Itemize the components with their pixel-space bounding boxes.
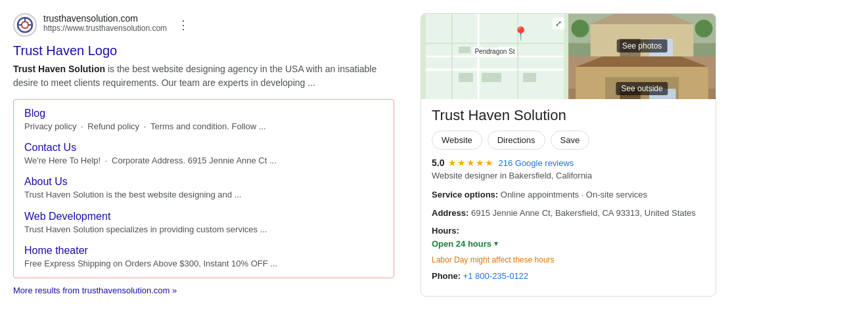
photo-bottom[interactable]: See outside [568, 56, 716, 99]
sublink-contact-us-title[interactable]: Contact Us [24, 142, 383, 154]
main-result-title[interactable]: Trust Haven Logo [13, 43, 394, 58]
see-photos-button[interactable]: See photos [617, 39, 668, 52]
brand-name: Trust Haven Solution [13, 64, 105, 74]
save-button[interactable]: Save [551, 131, 590, 150]
svg-rect-12 [459, 73, 473, 82]
photo-strip: See photos See outside [568, 14, 716, 99]
map-thumbnail[interactable]: Pendragon St 📍 ⤢ [421, 14, 568, 99]
sublinks-box: Blog Privacy policy · Refund policy · Te… [13, 99, 394, 278]
hours-chevron-icon[interactable]: ▾ [494, 238, 498, 249]
knowledge-panel: Pendragon St 📍 ⤢ [421, 13, 716, 297]
site-url-main: trusthavensolution.com [43, 13, 167, 24]
sublink-home-theater-title[interactable]: Home theater [24, 245, 383, 257]
directions-button[interactable]: Directions [488, 131, 545, 150]
address-value: 6915 Jennie Anne Ct, Bakersfield, CA 933… [471, 208, 696, 218]
sublink-home-theater-desc: Free Express Shipping on Orders Above $3… [24, 258, 383, 270]
site-url-sub: https://www.trusthavensolution.com [43, 24, 167, 33]
business-name: Trust Haven Solution [432, 107, 705, 124]
more-results-link[interactable]: More results from trusthavensolution.com… [13, 285, 177, 295]
website-button[interactable]: Website [432, 131, 482, 150]
business-type: Website designer in Bakersfield, Califor… [432, 171, 705, 180]
stars-icon: ★★★★★ [448, 158, 494, 168]
sublink-blog-desc: Privacy policy · Refund policy · Terms a… [24, 121, 383, 133]
service-label: Service options: [432, 190, 498, 200]
labor-day-note: Labor Day might affect these hours [432, 255, 705, 264]
sublink-web-development-desc: Trust Haven Solution specializes in prov… [24, 224, 383, 236]
see-outside-button[interactable]: See outside [616, 82, 668, 95]
sublink-contact-us-desc: We're Here To Help! · Corporate Address.… [24, 155, 383, 167]
sublink-about-us: About Us Trust Haven Solution is the bes… [24, 176, 383, 201]
hours-value: Open 24 hours [432, 238, 491, 251]
phone-label: Phone: [432, 271, 461, 281]
action-buttons: Website Directions Save [432, 131, 705, 150]
site-header: trusthavensolution.com https://www.trust… [13, 13, 394, 37]
phone-value[interactable]: +1 800-235-0122 [463, 271, 528, 281]
menu-dots-icon[interactable]: ⋮ [177, 18, 189, 32]
address-row: Address: 6915 Jennie Anne Ct, Bakersfiel… [432, 207, 705, 220]
sublink-contact-us: Contact Us We're Here To Help! · Corpora… [24, 142, 383, 167]
sublink-web-development: Web Development Trust Haven Solution spe… [24, 211, 383, 236]
main-result-desc: Trust Haven Solution is the best website… [13, 62, 394, 90]
sublink-web-development-title[interactable]: Web Development [24, 211, 383, 222]
svg-rect-15 [459, 47, 470, 53]
map-area: Pendragon St 📍 ⤢ [421, 14, 716, 99]
svg-rect-14 [523, 73, 536, 82]
svg-point-24 [571, 20, 589, 37]
svg-point-25 [695, 20, 713, 37]
svg-point-1 [22, 22, 28, 28]
hours-row: Hours: Open 24 hours ▾ [432, 224, 705, 250]
service-value: Online appointments · On-site services [501, 190, 647, 200]
search-result-left: trusthavensolution.com https://www.trust… [13, 13, 394, 323]
rating-row: 5.0 ★★★★★ 216 Google reviews [432, 158, 705, 168]
hours-label: Hours: [432, 226, 459, 236]
expand-map-icon[interactable]: ⤢ [553, 18, 564, 30]
sublink-blog-title[interactable]: Blog [24, 108, 383, 119]
photo-top[interactable]: See photos [568, 14, 716, 56]
svg-rect-13 [482, 73, 501, 82]
map-street-label: Pendragon St [472, 47, 516, 56]
phone-row: Phone: +1 800-235-0122 [432, 270, 705, 283]
rating-score: 5.0 [432, 158, 444, 168]
review-count[interactable]: 216 Google reviews [498, 158, 574, 168]
sublink-home-theater: Home theater Free Express Shipping on Or… [24, 245, 383, 270]
sublink-blog: Blog Privacy policy · Refund policy · Te… [24, 108, 383, 133]
business-info: Trust Haven Solution Website Directions … [421, 99, 716, 296]
service-options-row: Service options: Online appointments · O… [432, 188, 705, 201]
site-logo [13, 13, 37, 37]
map-pin-icon: 📍 [513, 26, 529, 41]
sublink-about-us-desc: Trust Haven Solution is the best website… [24, 189, 383, 201]
address-label: Address: [432, 208, 468, 218]
sublink-about-us-title[interactable]: About Us [24, 176, 383, 188]
